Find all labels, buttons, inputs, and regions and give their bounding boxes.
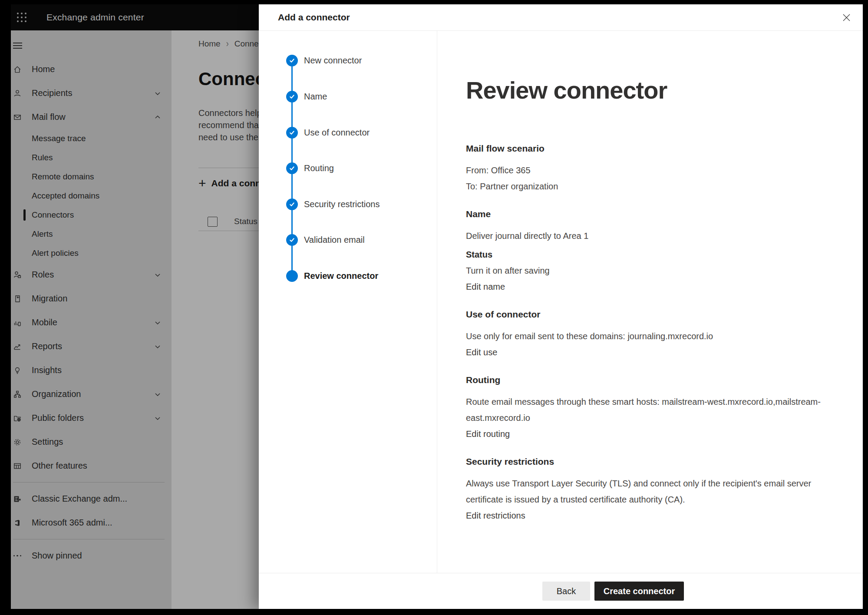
edit-routing-link[interactable]: Edit routing bbox=[466, 426, 510, 442]
name-section: Name Deliver journal directly to Area 1 … bbox=[466, 208, 844, 295]
wizard-stepper: New connector Name Use of connector Rout… bbox=[259, 31, 437, 573]
connector-name-value: Deliver journal directly to Area 1 bbox=[466, 228, 844, 244]
section-title: Mail flow scenario bbox=[466, 142, 844, 155]
add-connector-panel: Add a connector New connector Name bbox=[259, 4, 863, 609]
step-current-icon bbox=[286, 270, 298, 282]
close-icon bbox=[842, 13, 851, 22]
review-connector-content: Review connector Mail flow scenario From… bbox=[437, 31, 863, 573]
section-title: Name bbox=[466, 208, 844, 220]
status-value: Turn it on after saving bbox=[466, 263, 844, 279]
back-button[interactable]: Back bbox=[542, 582, 590, 601]
close-button[interactable] bbox=[839, 10, 853, 24]
step-complete-icon bbox=[286, 162, 298, 174]
step-name[interactable]: Name bbox=[286, 91, 327, 102]
security-value: Always use Transport Layer Security (TLS… bbox=[466, 476, 844, 508]
section-title: Security restrictions bbox=[466, 456, 844, 468]
step-review-connector[interactable]: Review connector bbox=[286, 270, 378, 282]
step-complete-icon bbox=[286, 234, 298, 246]
step-security-restrictions[interactable]: Security restrictions bbox=[286, 198, 380, 210]
routing-value: Route email messages through these smart… bbox=[466, 394, 844, 426]
review-heading: Review connector bbox=[466, 76, 845, 104]
mail-flow-scenario-section: Mail flow scenario From: Office 365 To: … bbox=[466, 142, 844, 195]
routing-section: Routing Route email messages through the… bbox=[466, 374, 844, 442]
mail-flow-from: From: Office 365 bbox=[466, 162, 844, 179]
security-restrictions-section: Security restrictions Always use Transpo… bbox=[466, 456, 844, 524]
step-complete-icon bbox=[286, 198, 298, 210]
use-of-connector-section: Use of connector Use only for email sent… bbox=[466, 308, 844, 360]
step-routing[interactable]: Routing bbox=[286, 162, 334, 174]
step-validation-email[interactable]: Validation email bbox=[286, 234, 365, 246]
create-connector-button[interactable]: Create connector bbox=[594, 582, 684, 601]
edit-restrictions-link[interactable]: Edit restrictions bbox=[466, 508, 525, 524]
panel-title: Add a connector bbox=[278, 12, 350, 23]
step-use-of-connector[interactable]: Use of connector bbox=[286, 127, 370, 139]
use-value: Use only for email sent to these domains… bbox=[466, 328, 844, 344]
panel-header: Add a connector bbox=[259, 4, 863, 31]
section-title: Routing bbox=[466, 374, 844, 386]
step-complete-icon bbox=[286, 127, 298, 139]
app-window: Exchange admin center Home Recipients Ma… bbox=[11, 4, 863, 609]
panel-footer: Back Create connector bbox=[259, 573, 863, 609]
section-title: Use of connector bbox=[466, 308, 844, 321]
mail-flow-to: To: Partner organization bbox=[466, 179, 844, 195]
step-new-connector[interactable]: New connector bbox=[286, 55, 362, 66]
status-subtitle: Status bbox=[466, 247, 844, 263]
step-complete-icon bbox=[286, 55, 298, 66]
step-complete-icon bbox=[286, 91, 298, 102]
edit-use-link[interactable]: Edit use bbox=[466, 344, 497, 360]
edit-name-link[interactable]: Edit name bbox=[466, 279, 505, 295]
